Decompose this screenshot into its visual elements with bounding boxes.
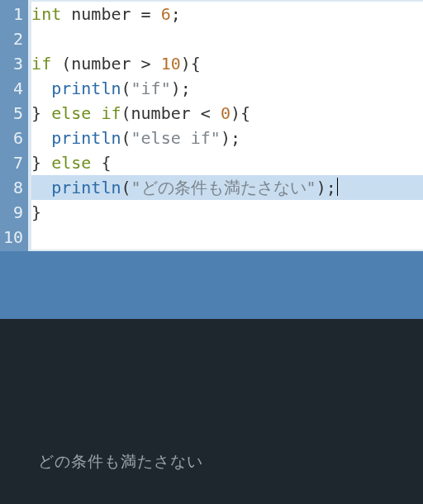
token-ws	[31, 78, 51, 98]
token-str: "if"	[131, 78, 171, 98]
line-number: 8	[3, 175, 23, 200]
line-number: 7	[3, 150, 23, 175]
token-punc: (	[121, 128, 131, 148]
token-fn: println	[51, 178, 121, 197]
token-kw: else	[51, 153, 91, 173]
token-ws	[61, 4, 71, 24]
token-fn: println	[51, 78, 121, 98]
token-punc: (	[121, 178, 131, 197]
token-num: 0	[221, 103, 231, 123]
line-number: 9	[3, 200, 23, 225]
code-line[interactable]: } else {	[31, 150, 423, 175]
line-number: 2	[3, 26, 23, 51]
code-line[interactable]: }	[31, 200, 423, 225]
token-kw: int	[31, 4, 61, 24]
token-fn: println	[51, 128, 121, 148]
console-output-line: どの条件も満たさない	[38, 453, 203, 470]
token-id: number	[131, 103, 191, 123]
token-ws	[31, 178, 51, 197]
token-punc: ;	[171, 4, 181, 24]
token-num: 6	[161, 4, 171, 24]
token-ws	[31, 128, 51, 148]
line-number: 6	[3, 126, 23, 150]
code-editor[interactable]: 12345678910 int number = 6;if (number > …	[0, 0, 423, 251]
code-line[interactable]	[31, 26, 423, 51]
token-punc: ){	[181, 54, 201, 74]
code-line[interactable]: println("else if");	[31, 126, 423, 150]
code-area[interactable]: int number = 6;if (number > 10){ println…	[28, 0, 423, 251]
line-number: 3	[3, 51, 23, 76]
token-punc: }	[31, 202, 41, 222]
line-number: 4	[3, 76, 23, 101]
line-number: 5	[3, 101, 23, 126]
token-kw: if	[31, 54, 51, 74]
text-cursor	[337, 178, 338, 196]
token-punc: ){	[231, 103, 250, 123]
code-line[interactable]: println("どの条件も満たさない");	[31, 175, 423, 200]
token-num: 10	[161, 54, 181, 74]
code-line[interactable]	[31, 225, 423, 250]
panel-divider	[0, 251, 423, 319]
code-line[interactable]: int number = 6;	[31, 2, 423, 26]
token-op: >	[131, 54, 161, 74]
token-id: number	[71, 54, 131, 74]
token-kw: else if	[51, 103, 121, 123]
line-number: 10	[3, 225, 23, 250]
token-op: =	[131, 4, 161, 24]
line-number-gutter: 12345678910	[0, 0, 28, 251]
code-line[interactable]: if (number > 10){	[31, 51, 423, 76]
token-str: "どの条件も満たさない"	[131, 178, 316, 197]
code-line[interactable]: } else if(number < 0){	[31, 101, 423, 126]
line-number: 1	[3, 2, 23, 26]
token-punc: {	[91, 153, 111, 173]
token-punc: );	[221, 128, 240, 148]
token-op: <	[191, 103, 221, 123]
token-punc: (	[51, 54, 71, 74]
token-punc: (	[121, 103, 131, 123]
token-id: number	[71, 4, 131, 24]
code-line[interactable]: println("if");	[31, 76, 423, 101]
token-punc: );	[171, 78, 191, 98]
token-punc: (	[121, 78, 131, 98]
token-punc: );	[316, 178, 336, 197]
console-output-panel: どの条件も満たさない	[0, 319, 423, 504]
token-str: "else if"	[131, 128, 221, 148]
token-punc: }	[31, 153, 51, 173]
token-punc: }	[31, 103, 51, 123]
